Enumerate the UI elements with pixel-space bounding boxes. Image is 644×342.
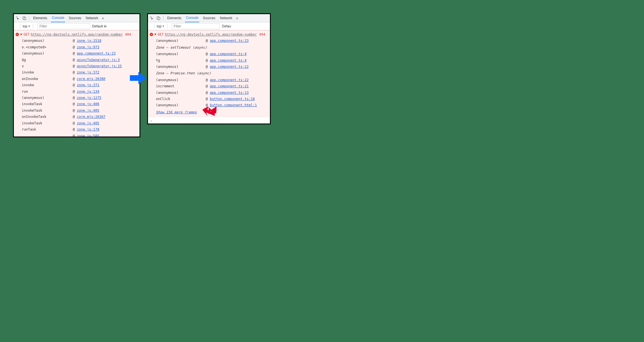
- source-link[interactable]: app.component.ts:4: [210, 59, 246, 62]
- tab-network[interactable]: Network: [85, 14, 99, 22]
- filter-input[interactable]: [38, 23, 90, 29]
- frame-function: (anonymous): [156, 38, 206, 44]
- source-link[interactable]: zone.js:405: [77, 121, 99, 125]
- stack-frame: (anonymous)@ app.component.ts:13: [156, 90, 268, 96]
- source-link[interactable]: app.component.ts:22: [210, 78, 248, 82]
- expand-icon[interactable]: [154, 34, 156, 35]
- stack-frame: runTask@ zone.js:178: [22, 126, 138, 133]
- frame-function: (anonymous): [22, 50, 73, 57]
- frame-function: invokeTask: [22, 101, 73, 107]
- source-link[interactable]: app.component.ts:4: [210, 52, 246, 56]
- source-link[interactable]: core.mjs:26380: [77, 77, 105, 81]
- frame-location: @ app.component.ts:23: [206, 38, 249, 44]
- frame-location: @ asyncToGenerator.js:25: [73, 63, 122, 69]
- console-output: ✕ GET https://ng-devtools.netlify.app/ra…: [14, 30, 139, 137]
- frame-function: (anonymous): [156, 77, 206, 83]
- frame-location: @ app.component.ts:4: [206, 51, 247, 57]
- source-link[interactable]: core.mjs:26367: [77, 115, 105, 119]
- frame-location: @ zone.js:585: [73, 133, 99, 138]
- more-tabs-icon[interactable]: »: [236, 16, 238, 20]
- source-link[interactable]: zone.js:585: [77, 134, 99, 138]
- source-link[interactable]: zone.js:1518: [77, 39, 101, 43]
- separator: [167, 24, 167, 29]
- frame-location: @ app.component.ts:4: [206, 57, 247, 64]
- tab-console[interactable]: Console: [185, 14, 199, 22]
- source-link[interactable]: zone.js:372: [77, 70, 99, 74]
- chevron-down-icon: ▼: [28, 25, 31, 28]
- source-link[interactable]: asyncToGenerator.js:3: [77, 58, 120, 62]
- source-link[interactable]: app.component.ts:22: [210, 65, 248, 69]
- inspect-icon[interactable]: [150, 16, 154, 20]
- source-link[interactable]: zone.js:406: [77, 102, 99, 106]
- separator: [29, 16, 29, 21]
- frame-location: @ zone.js:134: [73, 88, 99, 95]
- error-icon: ✕: [150, 33, 153, 36]
- http-status: 404: [259, 31, 265, 38]
- inspect-icon[interactable]: [16, 16, 20, 20]
- device-icon[interactable]: [22, 16, 26, 20]
- stack-frame: (anonymous)@ app.component.ts:23: [22, 50, 138, 57]
- log-levels-label[interactable]: Default le: [92, 24, 107, 28]
- source-link[interactable]: app.component.ts:13: [210, 91, 248, 95]
- stack-frame: onInvokeTask@ core.mjs:26367: [22, 114, 138, 120]
- stack-frame: invoke@ zone.js:372: [22, 69, 138, 75]
- context-label: top: [23, 24, 27, 28]
- frame-location: @ app.component.ts:21: [206, 83, 249, 89]
- frame-function: s: [22, 63, 73, 69]
- source-link[interactable]: zone.js:973: [77, 45, 99, 49]
- source-link[interactable]: zone.js:371: [77, 83, 99, 87]
- stack-frame: invoke@ zone.js:371: [22, 82, 138, 88]
- console-prompt[interactable]: ›: [148, 117, 270, 124]
- tab-network[interactable]: Network: [219, 14, 233, 22]
- source-link[interactable]: app.component.ts:21: [210, 84, 248, 88]
- separator: [33, 24, 33, 29]
- source-link[interactable]: asyncToGenerator.js:25: [77, 64, 122, 68]
- stack-frame: _@ zone.js:585: [22, 133, 138, 138]
- source-link[interactable]: zone.js:134: [77, 90, 99, 94]
- log-levels-label[interactable]: Defau: [222, 24, 231, 28]
- frame-location: @ zone.js:371: [73, 82, 99, 88]
- stack-frame: (anonymous)@ button.component.html:1: [156, 102, 268, 108]
- http-method: GET: [23, 31, 30, 38]
- frame-function: (anonymous): [156, 90, 206, 96]
- source-link[interactable]: button.component.ts:18: [210, 97, 255, 101]
- tab-sources[interactable]: Sources: [202, 14, 216, 22]
- stack-frame: s@ asyncToGenerator.js:25: [22, 63, 138, 69]
- more-tabs-icon[interactable]: »: [102, 16, 104, 20]
- frame-function: invokeTask: [22, 107, 73, 114]
- console-output: ✕ GET https://ng-devtools.netlify.app/ra…: [148, 30, 270, 124]
- frame-function: Yg: [156, 57, 206, 64]
- stack-trace: (anonymous)@ zone.js:1518o.<computed>@ z…: [14, 38, 139, 137]
- request-url[interactable]: https://ng-devtools.netlify.app/random-n…: [31, 31, 123, 38]
- frame-function: onClick: [156, 96, 206, 102]
- frame-function: invokeTask: [22, 120, 73, 126]
- separator: [163, 16, 164, 21]
- frame-function: _: [22, 133, 73, 138]
- tab-console[interactable]: Console: [51, 14, 65, 22]
- source-link[interactable]: app.component.ts:23: [210, 39, 248, 43]
- source-link[interactable]: zone.js:178: [77, 127, 99, 131]
- source-link[interactable]: app.component.ts:23: [77, 51, 115, 55]
- error-icon: ✕: [16, 33, 19, 36]
- stack-frame: (anonymous)@ app.component.ts:23: [156, 38, 268, 44]
- svg-rect-1: [24, 17, 26, 20]
- filter-input[interactable]: [172, 23, 220, 29]
- source-link[interactable]: button.component.html:1: [210, 103, 257, 107]
- expand-icon[interactable]: [20, 34, 22, 35]
- error-header[interactable]: ✕ GET https://ng-devtools.netlify.app/ra…: [14, 31, 139, 38]
- tab-elements[interactable]: Elements: [166, 14, 182, 22]
- context-selector[interactable]: top ▼: [157, 24, 165, 28]
- request-url[interactable]: https://ng-devtools.netlify.app/random-n…: [165, 31, 257, 38]
- error-header[interactable]: ✕ GET https://ng-devtools.netlify.app/ra…: [148, 31, 270, 38]
- device-icon[interactable]: [156, 16, 160, 20]
- frame-function: (anonymous): [156, 51, 206, 57]
- source-link[interactable]: zone.js:405: [77, 109, 99, 112]
- source-link[interactable]: zone.js:1275: [77, 96, 101, 100]
- frame-function: (anonymous): [22, 95, 73, 101]
- frame-function: (anonymous): [156, 64, 206, 70]
- show-more-frames-link[interactable]: Show 156 more frames: [156, 109, 197, 115]
- tab-elements[interactable]: Elements: [32, 14, 48, 22]
- tab-sources[interactable]: Sources: [68, 14, 82, 22]
- context-selector[interactable]: top ▼: [23, 24, 31, 28]
- frame-location: @ app.component.ts:23: [73, 50, 116, 57]
